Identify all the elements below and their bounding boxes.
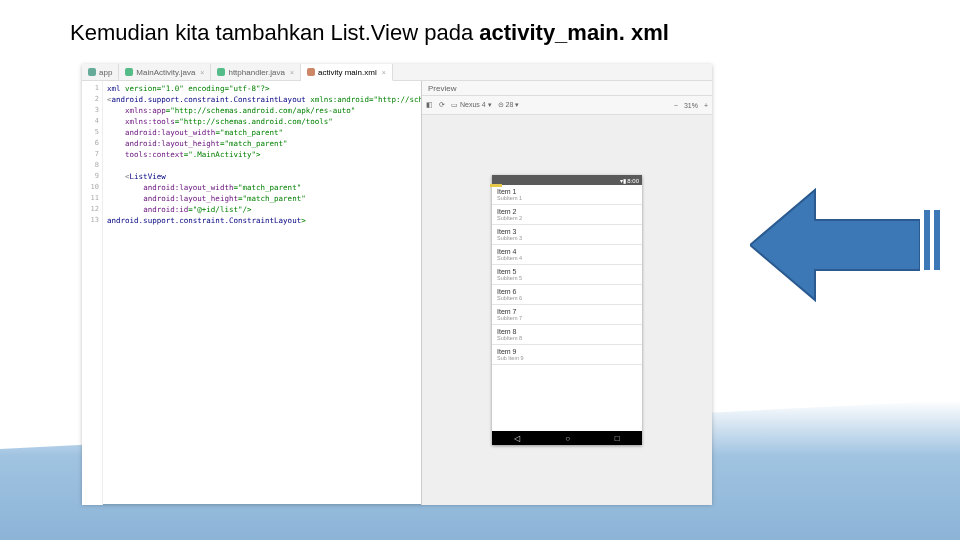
list-item[interactable]: Item 4SubItem 4 (492, 245, 642, 265)
layout-preview-panel: Preview ◧ ⟳ ▭ Nexus 4 ▾ ⊝ 28 ▾ − 31% + ▾… (422, 81, 712, 505)
list-item[interactable]: Item 9Sub Item 9 (492, 345, 642, 365)
list-item[interactable]: Item 7SubItem 7 (492, 305, 642, 325)
preview-header: Preview (422, 81, 712, 96)
recent-icon[interactable]: □ (615, 434, 620, 443)
line-gutter: 12345678910111213 (82, 81, 103, 505)
code-editor[interactable]: xml version="1.0" encoding="utf-8"?><and… (103, 81, 421, 505)
list-item[interactable]: Item 1SubItem 1 (492, 185, 642, 205)
svg-marker-0 (750, 190, 920, 300)
home-icon[interactable]: ○ (565, 434, 570, 443)
slide-title: Kemudian kita tambahkan List.View pada a… (70, 20, 669, 46)
android-status-bar: ▾▮ 8:00 (492, 175, 642, 185)
list-item[interactable]: Item 8SubItem 8 (492, 325, 642, 345)
tab-mainactivity[interactable]: MainActivity.java× (119, 64, 211, 80)
highlight-marker (490, 184, 502, 187)
preview-toolbar: ◧ ⟳ ▭ Nexus 4 ▾ ⊝ 28 ▾ − 31% + (422, 96, 712, 115)
ide-window: app MainActivity.java× httphandler.java×… (82, 64, 712, 504)
decorative-bars (920, 210, 940, 274)
device-select[interactable]: ▭ Nexus 4 ▾ (451, 101, 492, 109)
zoom-in-button[interactable]: + (704, 102, 708, 109)
device-frame: ▾▮ 8:00 Item 1SubItem 1Item 2SubItem 2It… (492, 175, 642, 445)
list-item[interactable]: Item 2SubItem 2 (492, 205, 642, 225)
api-select[interactable]: ⊝ 28 ▾ (498, 101, 520, 109)
callout-arrow (750, 180, 920, 310)
zoom-level: 31% (684, 102, 698, 109)
android-nav-bar: ◁ ○ □ (492, 431, 642, 445)
module-icon (88, 68, 96, 76)
list-item[interactable]: Item 3SubItem 3 (492, 225, 642, 245)
back-icon[interactable]: ◁ (514, 434, 520, 443)
palette-icon[interactable]: ◧ (426, 101, 433, 109)
editor-tabs: app MainActivity.java× httphandler.java×… (82, 64, 712, 81)
tab-activity-main[interactable]: activity main.xml× (301, 64, 393, 81)
close-icon[interactable]: × (382, 69, 386, 76)
tab-httphandler[interactable]: httphandler.java× (211, 64, 301, 80)
java-icon (217, 68, 225, 76)
close-icon[interactable]: × (290, 69, 294, 76)
zoom-out-button[interactable]: − (674, 102, 678, 109)
list-item[interactable]: Item 6SubItem 6 (492, 285, 642, 305)
xml-icon (307, 68, 315, 76)
java-icon (125, 68, 133, 76)
tab-app[interactable]: app (82, 64, 119, 80)
listview-preview: Item 1SubItem 1Item 2SubItem 2Item 3SubI… (492, 185, 642, 431)
list-item[interactable]: Item 5SubItem 5 (492, 265, 642, 285)
orientation-icon[interactable]: ⟳ (439, 101, 445, 109)
close-icon[interactable]: × (200, 69, 204, 76)
